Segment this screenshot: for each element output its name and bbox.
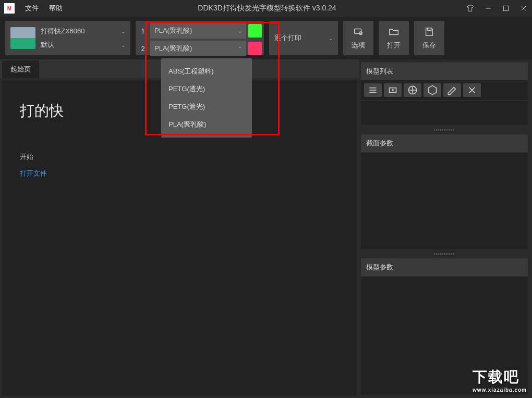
- printer-preset-label: 默认: [41, 40, 54, 49]
- material-value-2: PLA(聚乳酸): [154, 44, 192, 53]
- edit-icon[interactable]: [443, 83, 461, 97]
- dropdown-option-petg-opaque[interactable]: PETG(遮光): [161, 98, 252, 116]
- printer-model-label: 打得快ZX6060: [41, 27, 85, 36]
- menu-file[interactable]: 文件: [20, 4, 44, 13]
- svg-rect-1: [503, 6, 508, 10]
- watermark-url: www.xiazaiba.com: [473, 387, 527, 393]
- section-params-body: [361, 152, 528, 249]
- model-list-header: 模型列表: [361, 63, 528, 80]
- svg-rect-6: [427, 28, 431, 31]
- printer-panel: 打得快ZX6060 ⌄ 默认 ⌄: [5, 21, 130, 55]
- material-select-2[interactable]: PLA(聚乳酸) ⌃: [150, 41, 246, 56]
- toolbar: 打得快ZX6060 ⌄ 默认 ⌄ 1 PLA(聚乳酸) ⌄ 2 PLA(聚乳酸)…: [0, 17, 532, 59]
- material-color-1[interactable]: [248, 24, 262, 38]
- printer-thumbnail: [10, 27, 35, 49]
- chevron-down-icon: ⌄: [121, 29, 125, 34]
- material-value-1: PLA(聚乳酸): [154, 26, 192, 35]
- close-button[interactable]: [519, 4, 528, 13]
- printer-model-select[interactable]: 打得快ZX6060 ⌄: [41, 27, 125, 36]
- model-list-panel: 模型列表: [361, 63, 528, 125]
- dropdown-option-petg-trans[interactable]: PETG(透光): [161, 80, 252, 98]
- options-button[interactable]: 选项: [343, 21, 373, 55]
- model-params-header: 模型参数: [361, 258, 528, 276]
- cube-icon[interactable]: [424, 83, 441, 97]
- watermark: 下载吧 www.xiazaiba.com: [473, 367, 527, 393]
- svg-point-11: [392, 90, 393, 91]
- titlebar: M 文件 帮助 DDK3D打得快发光字模型转换软件 v3.0.24: [0, 0, 532, 17]
- printer-preset-select[interactable]: 默认 ⌄: [41, 40, 125, 49]
- model-list-toolbar: [361, 80, 528, 100]
- chevron-down-icon: ⌄: [329, 35, 333, 41]
- delete-icon[interactable]: [463, 83, 481, 97]
- save-icon: [424, 26, 435, 38]
- folder-icon: [388, 26, 400, 38]
- gear-icon: [353, 26, 364, 38]
- options-label: 选项: [352, 41, 365, 50]
- save-label: 保存: [422, 41, 436, 50]
- shirt-icon[interactable]: [466, 4, 475, 13]
- resize-handle[interactable]: [361, 128, 528, 131]
- chevron-down-icon: ⌄: [238, 28, 242, 34]
- print-mode-select[interactable]: 逐个打印 ⌄: [269, 21, 338, 55]
- section-params-header: 截面参数: [361, 134, 528, 152]
- window-title: DDK3D打得快发光字模型转换软件 v3.0.24: [68, 4, 466, 13]
- material-panel: 1 PLA(聚乳酸) ⌄ 2 PLA(聚乳酸) ⌃: [136, 21, 264, 55]
- minimize-button[interactable]: [484, 4, 492, 13]
- material-color-2[interactable]: [248, 42, 262, 55]
- svg-rect-4: [355, 29, 361, 34]
- rotate-icon[interactable]: [404, 83, 421, 97]
- model-list-body: [361, 100, 528, 125]
- material-index-2: 2: [138, 45, 148, 53]
- material-dropdown: ABS(工程塑料) PETG(透光) PETG(遮光) PLA(聚乳酸): [161, 58, 252, 138]
- menu-help[interactable]: 帮助: [44, 4, 68, 13]
- right-pane: 模型列表 截面参数 模型参数: [359, 59, 532, 398]
- main-area: 起始页 打的快 开始 打开文件 模型列表 截面参数: [0, 59, 532, 398]
- watermark-text: 下载吧: [473, 369, 519, 385]
- save-button[interactable]: 保存: [414, 21, 444, 55]
- material-select-1[interactable]: PLA(聚乳酸) ⌄: [150, 23, 246, 39]
- maximize-button[interactable]: [502, 4, 510, 13]
- tab-start-page[interactable]: 起始页: [2, 60, 39, 78]
- svg-rect-10: [390, 88, 396, 93]
- material-index-1: 1: [138, 27, 148, 35]
- resize-handle[interactable]: [361, 252, 528, 255]
- open-label: 打开: [387, 41, 401, 50]
- open-file-link[interactable]: 打开文件: [20, 169, 339, 178]
- svg-point-5: [359, 32, 362, 35]
- chevron-up-icon: ⌃: [238, 46, 242, 52]
- app-icon: M: [4, 3, 15, 14]
- list-icon[interactable]: [364, 83, 382, 97]
- section-params-panel: 截面参数: [361, 134, 528, 249]
- start-section-label: 开始: [20, 152, 339, 161]
- print-mode-label: 逐个打印: [274, 33, 301, 43]
- dropdown-option-pla[interactable]: PLA(聚乳酸): [161, 116, 252, 133]
- dropdown-option-abs[interactable]: ABS(工程塑料): [161, 63, 252, 80]
- focus-icon[interactable]: [384, 83, 402, 97]
- open-button[interactable]: 打开: [379, 21, 409, 55]
- chevron-down-icon: ⌄: [121, 42, 125, 48]
